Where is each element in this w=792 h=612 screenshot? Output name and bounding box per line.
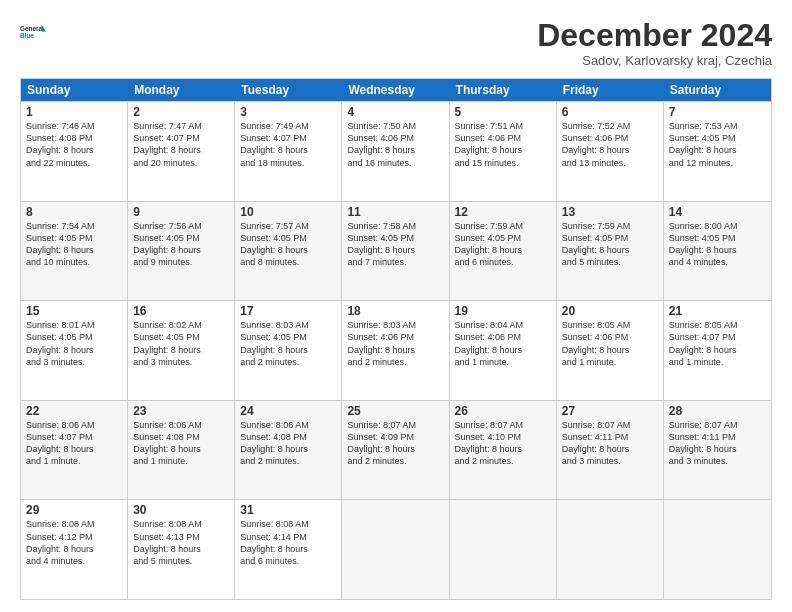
day-info: Sunrise: 7:47 AM Sunset: 4:07 PM Dayligh… [133, 120, 229, 169]
calendar-cell: 21Sunrise: 8:05 AM Sunset: 4:07 PM Dayli… [664, 301, 771, 400]
day-info: Sunrise: 7:52 AM Sunset: 4:06 PM Dayligh… [562, 120, 658, 169]
day-number: 17 [240, 304, 336, 318]
day-info: Sunrise: 7:57 AM Sunset: 4:05 PM Dayligh… [240, 220, 336, 269]
day-number: 22 [26, 404, 122, 418]
day-number: 5 [455, 105, 551, 119]
day-number: 14 [669, 205, 766, 219]
calendar-cell: 22Sunrise: 8:06 AM Sunset: 4:07 PM Dayli… [21, 401, 128, 500]
svg-text:Blue: Blue [20, 32, 34, 39]
logo-icon: GeneralBlue [20, 18, 48, 46]
day-number: 8 [26, 205, 122, 219]
calendar-row: 15Sunrise: 8:01 AM Sunset: 4:05 PM Dayli… [21, 300, 771, 400]
calendar-cell: 11Sunrise: 7:58 AM Sunset: 4:05 PM Dayli… [342, 202, 449, 301]
day-info: Sunrise: 7:59 AM Sunset: 4:05 PM Dayligh… [455, 220, 551, 269]
day-number: 18 [347, 304, 443, 318]
calendar-cell: 2Sunrise: 7:47 AM Sunset: 4:07 PM Daylig… [128, 102, 235, 201]
calendar-cell: 29Sunrise: 8:08 AM Sunset: 4:12 PM Dayli… [21, 500, 128, 599]
calendar-cell: 10Sunrise: 7:57 AM Sunset: 4:05 PM Dayli… [235, 202, 342, 301]
day-number: 21 [669, 304, 766, 318]
day-number: 27 [562, 404, 658, 418]
day-number: 6 [562, 105, 658, 119]
calendar-cell: 14Sunrise: 8:00 AM Sunset: 4:05 PM Dayli… [664, 202, 771, 301]
day-info: Sunrise: 7:49 AM Sunset: 4:07 PM Dayligh… [240, 120, 336, 169]
calendar-cell: 8Sunrise: 7:54 AM Sunset: 4:05 PM Daylig… [21, 202, 128, 301]
day-number: 13 [562, 205, 658, 219]
calendar-cell: 4Sunrise: 7:50 AM Sunset: 4:06 PM Daylig… [342, 102, 449, 201]
day-number: 4 [347, 105, 443, 119]
calendar: Sunday Monday Tuesday Wednesday Thursday… [20, 78, 772, 600]
day-info: Sunrise: 7:56 AM Sunset: 4:05 PM Dayligh… [133, 220, 229, 269]
calendar-cell: 3Sunrise: 7:49 AM Sunset: 4:07 PM Daylig… [235, 102, 342, 201]
calendar-cell: 31Sunrise: 8:08 AM Sunset: 4:14 PM Dayli… [235, 500, 342, 599]
header-monday: Monday [128, 79, 235, 101]
calendar-cell: 13Sunrise: 7:59 AM Sunset: 4:05 PM Dayli… [557, 202, 664, 301]
day-number: 19 [455, 304, 551, 318]
calendar-cell: 25Sunrise: 8:07 AM Sunset: 4:09 PM Dayli… [342, 401, 449, 500]
calendar-cell: 20Sunrise: 8:05 AM Sunset: 4:06 PM Dayli… [557, 301, 664, 400]
day-number: 26 [455, 404, 551, 418]
calendar-cell: 30Sunrise: 8:08 AM Sunset: 4:13 PM Dayli… [128, 500, 235, 599]
day-info: Sunrise: 8:07 AM Sunset: 4:10 PM Dayligh… [455, 419, 551, 468]
day-number: 9 [133, 205, 229, 219]
calendar-cell: 5Sunrise: 7:51 AM Sunset: 4:06 PM Daylig… [450, 102, 557, 201]
header-wednesday: Wednesday [342, 79, 449, 101]
day-info: Sunrise: 8:08 AM Sunset: 4:13 PM Dayligh… [133, 518, 229, 567]
calendar-cell: 17Sunrise: 8:03 AM Sunset: 4:05 PM Dayli… [235, 301, 342, 400]
day-info: Sunrise: 8:05 AM Sunset: 4:07 PM Dayligh… [669, 319, 766, 368]
calendar-row: 29Sunrise: 8:08 AM Sunset: 4:12 PM Dayli… [21, 499, 771, 599]
month-title: December 2024 [537, 18, 772, 53]
calendar-row: 22Sunrise: 8:06 AM Sunset: 4:07 PM Dayli… [21, 400, 771, 500]
header-saturday: Saturday [664, 79, 771, 101]
calendar-cell [664, 500, 771, 599]
calendar-cell: 23Sunrise: 8:06 AM Sunset: 4:08 PM Dayli… [128, 401, 235, 500]
day-info: Sunrise: 8:08 AM Sunset: 4:14 PM Dayligh… [240, 518, 336, 567]
day-info: Sunrise: 8:06 AM Sunset: 4:07 PM Dayligh… [26, 419, 122, 468]
header-friday: Friday [557, 79, 664, 101]
day-number: 11 [347, 205, 443, 219]
day-info: Sunrise: 8:00 AM Sunset: 4:05 PM Dayligh… [669, 220, 766, 269]
day-info: Sunrise: 8:02 AM Sunset: 4:05 PM Dayligh… [133, 319, 229, 368]
day-number: 16 [133, 304, 229, 318]
day-number: 23 [133, 404, 229, 418]
day-number: 2 [133, 105, 229, 119]
day-info: Sunrise: 8:07 AM Sunset: 4:11 PM Dayligh… [669, 419, 766, 468]
calendar-header: Sunday Monday Tuesday Wednesday Thursday… [21, 79, 771, 101]
page: GeneralBlue December 2024 Sadov, Karlova… [0, 0, 792, 612]
calendar-cell [557, 500, 664, 599]
calendar-cell: 6Sunrise: 7:52 AM Sunset: 4:06 PM Daylig… [557, 102, 664, 201]
title-block: December 2024 Sadov, Karlovarsky kraj, C… [537, 18, 772, 68]
day-info: Sunrise: 8:03 AM Sunset: 4:06 PM Dayligh… [347, 319, 443, 368]
header-thursday: Thursday [450, 79, 557, 101]
calendar-cell: 7Sunrise: 7:53 AM Sunset: 4:05 PM Daylig… [664, 102, 771, 201]
day-number: 28 [669, 404, 766, 418]
day-number: 20 [562, 304, 658, 318]
calendar-cell: 16Sunrise: 8:02 AM Sunset: 4:05 PM Dayli… [128, 301, 235, 400]
calendar-cell: 1Sunrise: 7:46 AM Sunset: 4:08 PM Daylig… [21, 102, 128, 201]
day-info: Sunrise: 8:01 AM Sunset: 4:05 PM Dayligh… [26, 319, 122, 368]
calendar-cell: 27Sunrise: 8:07 AM Sunset: 4:11 PM Dayli… [557, 401, 664, 500]
day-info: Sunrise: 8:08 AM Sunset: 4:12 PM Dayligh… [26, 518, 122, 567]
day-info: Sunrise: 7:51 AM Sunset: 4:06 PM Dayligh… [455, 120, 551, 169]
calendar-cell: 9Sunrise: 7:56 AM Sunset: 4:05 PM Daylig… [128, 202, 235, 301]
day-info: Sunrise: 8:04 AM Sunset: 4:06 PM Dayligh… [455, 319, 551, 368]
calendar-cell: 18Sunrise: 8:03 AM Sunset: 4:06 PM Dayli… [342, 301, 449, 400]
day-info: Sunrise: 7:50 AM Sunset: 4:06 PM Dayligh… [347, 120, 443, 169]
day-info: Sunrise: 8:05 AM Sunset: 4:06 PM Dayligh… [562, 319, 658, 368]
day-info: Sunrise: 7:46 AM Sunset: 4:08 PM Dayligh… [26, 120, 122, 169]
header-tuesday: Tuesday [235, 79, 342, 101]
day-info: Sunrise: 8:03 AM Sunset: 4:05 PM Dayligh… [240, 319, 336, 368]
day-number: 7 [669, 105, 766, 119]
day-number: 10 [240, 205, 336, 219]
header-sunday: Sunday [21, 79, 128, 101]
location: Sadov, Karlovarsky kraj, Czechia [537, 53, 772, 68]
calendar-row: 8Sunrise: 7:54 AM Sunset: 4:05 PM Daylig… [21, 201, 771, 301]
day-info: Sunrise: 8:07 AM Sunset: 4:09 PM Dayligh… [347, 419, 443, 468]
calendar-cell: 24Sunrise: 8:06 AM Sunset: 4:08 PM Dayli… [235, 401, 342, 500]
day-number: 24 [240, 404, 336, 418]
day-info: Sunrise: 8:07 AM Sunset: 4:11 PM Dayligh… [562, 419, 658, 468]
header: GeneralBlue December 2024 Sadov, Karlova… [20, 18, 772, 68]
day-info: Sunrise: 7:53 AM Sunset: 4:05 PM Dayligh… [669, 120, 766, 169]
day-number: 15 [26, 304, 122, 318]
day-info: Sunrise: 7:58 AM Sunset: 4:05 PM Dayligh… [347, 220, 443, 269]
calendar-cell: 12Sunrise: 7:59 AM Sunset: 4:05 PM Dayli… [450, 202, 557, 301]
